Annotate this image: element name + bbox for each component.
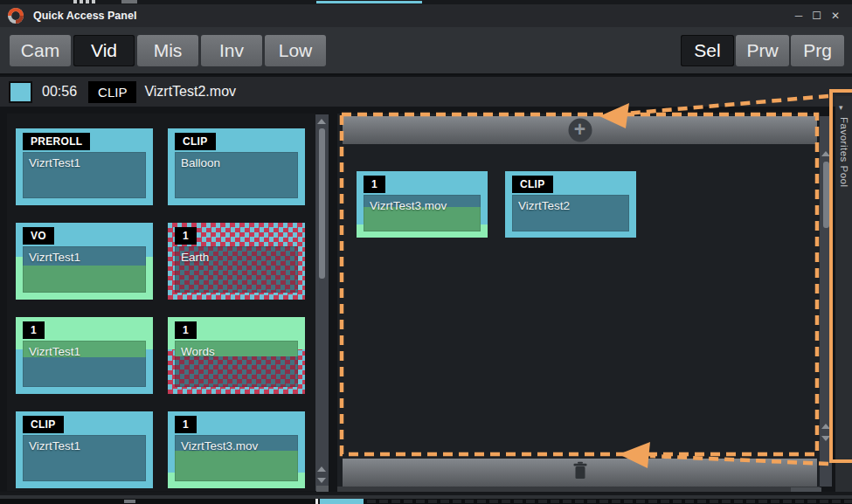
clip-title: Balloon bbox=[181, 156, 220, 169]
close-button[interactable]: ✕ bbox=[831, 10, 840, 21]
clip-card[interactable]: VO VizrtTest1 bbox=[16, 223, 153, 300]
background-tick bbox=[80, 0, 83, 3]
clip-list-panel: PREROLL VizrtTest1 CLIP Balloon VO Vizrt… bbox=[7, 114, 315, 491]
clip-badge: CLIP bbox=[175, 133, 216, 150]
scrollbar-thumb[interactable] bbox=[319, 128, 325, 279]
add-icon[interactable]: + bbox=[568, 119, 592, 142]
clip-badge: 1 bbox=[175, 321, 197, 339]
clip-title: Earth bbox=[181, 251, 209, 264]
clip-title: VizrtTest3.mov bbox=[181, 439, 258, 452]
favorites-pool-label: Favorites Pool bbox=[839, 117, 849, 188]
clip-badge: CLIP bbox=[23, 416, 64, 433]
background-dashes bbox=[367, 500, 852, 503]
window-title: Quick Access Panel bbox=[33, 10, 136, 22]
clip-card[interactable]: 1 Earth bbox=[168, 223, 305, 300]
scrollbar-thumb[interactable] bbox=[823, 162, 829, 228]
background-cyan-bar bbox=[320, 499, 364, 504]
tab-prg[interactable]: Prg bbox=[791, 35, 844, 66]
clip-card[interactable]: CLIP VizrtTest1 bbox=[16, 411, 153, 488]
collapse-arrow-icon: ▾ bbox=[839, 103, 843, 112]
scroll-up-icon[interactable] bbox=[821, 151, 830, 156]
clip-title: VizrtTest1 bbox=[29, 156, 80, 169]
scroll-up-icon[interactable] bbox=[317, 466, 326, 472]
clip-thumbnail: Balloon bbox=[175, 152, 298, 198]
clip-thumbnail: VizrtTest1 bbox=[23, 152, 146, 198]
clip-badge: PREROLL bbox=[23, 133, 90, 150]
clip-thumbnail: VizrtTest3.mov bbox=[364, 195, 481, 231]
clip-thumbnail: VizrtTest1 bbox=[23, 246, 146, 293]
clip-badge: 1 bbox=[364, 176, 385, 193]
clip-card[interactable]: 1 VizrtTest3.mov bbox=[168, 411, 305, 488]
clip-badge: 1 bbox=[175, 416, 197, 433]
titlebar: Quick Access Panel ─ ☐ ✕ bbox=[0, 4, 852, 27]
background-tick bbox=[124, 500, 135, 503]
background-cyan-bar bbox=[316, 1, 422, 3]
tab-sel[interactable]: Sel bbox=[681, 35, 734, 66]
favorites-add-bar: + bbox=[343, 116, 817, 144]
background-tick bbox=[315, 499, 318, 504]
clip-card[interactable]: 1 Words bbox=[168, 317, 305, 394]
tab-low[interactable]: Low bbox=[265, 35, 326, 66]
background-tick bbox=[86, 0, 89, 3]
clip-title: VizrtTest2 bbox=[518, 199, 570, 212]
clip-card[interactable]: CLIP Balloon bbox=[168, 128, 305, 205]
left-scrollbar[interactable] bbox=[315, 114, 329, 491]
tab-prw[interactable]: Prw bbox=[736, 35, 789, 66]
clip-type-badge: CLIP bbox=[88, 81, 136, 103]
scroll-down-icon[interactable] bbox=[821, 436, 830, 441]
background-app-bottom-edge bbox=[0, 492, 852, 504]
clip-thumbnail: VizrtTest3.mov bbox=[175, 435, 298, 481]
favorites-pool-side-tab[interactable]: ▾ Favorites Pool bbox=[835, 96, 852, 492]
maximize-button[interactable]: ☐ bbox=[812, 10, 821, 21]
clip-badge: 1 bbox=[175, 227, 197, 245]
minimize-button[interactable]: ─ bbox=[795, 10, 803, 21]
background-segment bbox=[121, 0, 137, 3]
clip-title: VizrtTest3.mov bbox=[370, 199, 447, 212]
quick-access-panel-window: Quick Access Panel ─ ☐ ✕ Cam Vid Mis Inv… bbox=[0, 0, 852, 504]
clip-badge: 1 bbox=[23, 321, 45, 339]
source-tabs: Cam Vid Mis Inv Low bbox=[10, 35, 326, 66]
clip-thumbnail: Words bbox=[175, 341, 298, 387]
background-tick bbox=[73, 0, 77, 3]
clip-duration: 00:56 bbox=[42, 84, 77, 100]
tabbar: Cam Vid Mis Inv Low Sel Prw Prg bbox=[0, 27, 852, 75]
background-tick bbox=[92, 0, 95, 3]
output-tabs: Sel Prw Prg bbox=[681, 35, 844, 66]
background-band bbox=[0, 499, 852, 504]
tab-inv[interactable]: Inv bbox=[201, 35, 262, 66]
clip-card[interactable]: 1 VizrtTest1 bbox=[16, 317, 153, 394]
clip-color-swatch bbox=[9, 81, 32, 103]
favorites-pool-panel: + 1 VizrtTest3.mov CLIP VizrtTest2 bbox=[337, 114, 820, 487]
clip-thumbnail: Earth bbox=[175, 246, 298, 293]
clip-title: VizrtTest1 bbox=[29, 345, 80, 358]
right-scrollbar[interactable] bbox=[820, 116, 832, 487]
clip-card[interactable]: CLIP VizrtTest2 bbox=[505, 171, 636, 238]
scroll-up-icon[interactable] bbox=[317, 119, 326, 124]
scroll-up-icon[interactable] bbox=[821, 424, 830, 429]
tab-vid[interactable]: Vid bbox=[73, 35, 135, 66]
clip-badge: VO bbox=[23, 227, 54, 245]
favorites-delete-bar bbox=[343, 459, 817, 487]
app-logo-icon bbox=[6, 6, 25, 25]
clip-card[interactable]: PREROLL VizrtTest1 bbox=[16, 128, 153, 205]
clip-thumbnail: VizrtTest2 bbox=[512, 195, 629, 231]
clip-title: VizrtTest1 bbox=[29, 251, 80, 264]
clip-filename: VizrtTest2.mov bbox=[144, 84, 236, 100]
tab-cam[interactable]: Cam bbox=[10, 35, 71, 66]
clip-title: Words bbox=[181, 345, 215, 358]
clip-badge: CLIP bbox=[512, 176, 553, 193]
selected-clip-infobar: 00:56 CLIP VizrtTest2.mov bbox=[0, 77, 852, 107]
scroll-down-icon[interactable] bbox=[317, 478, 326, 483]
trash-icon[interactable] bbox=[572, 461, 588, 484]
clip-thumbnail: VizrtTest1 bbox=[23, 341, 146, 387]
clip-title: VizrtTest1 bbox=[29, 439, 80, 452]
clip-thumbnail: VizrtTest1 bbox=[23, 435, 146, 481]
tab-mis[interactable]: Mis bbox=[137, 35, 198, 66]
clip-card[interactable]: 1 VizrtTest3.mov bbox=[357, 171, 488, 238]
